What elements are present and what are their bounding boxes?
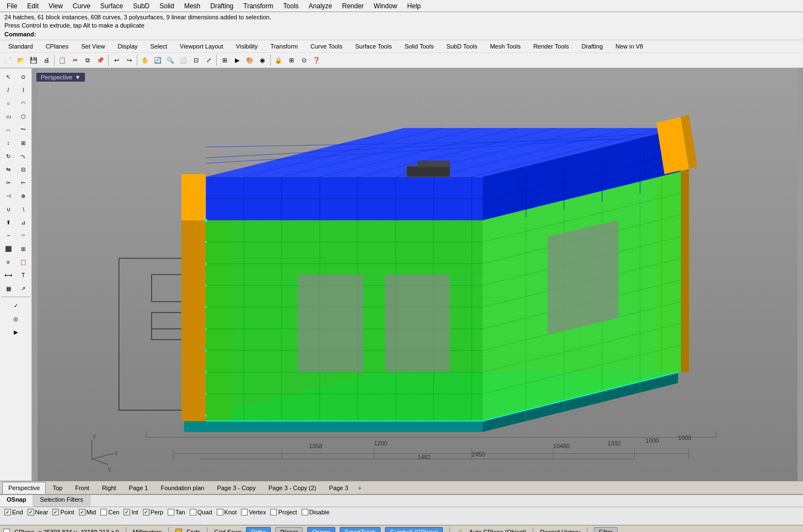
menu-view[interactable]: View <box>44 1 67 11</box>
tb-open[interactable]: 📂 <box>15 54 27 66</box>
lt-circle[interactable]: ○ <box>1 97 15 109</box>
menu-analyze[interactable]: Analyze <box>304 1 337 11</box>
tab-transform[interactable]: Transform <box>264 41 304 51</box>
osnap-vertex[interactable]: Vertex <box>241 509 266 515</box>
menu-curve[interactable]: Curve <box>68 1 95 11</box>
lt-trim[interactable]: ✂ <box>1 176 15 189</box>
osnap-point-check[interactable]: ✓ <box>52 509 59 515</box>
osnap-vertex-check[interactable] <box>241 509 248 515</box>
osnap-project-check[interactable] <box>270 509 277 515</box>
vp-tab-add[interactable]: + <box>355 483 365 493</box>
menu-tools[interactable]: Tools <box>279 1 303 11</box>
lt-text[interactable]: T <box>16 269 30 281</box>
menu-edit[interactable]: Edit <box>23 1 43 11</box>
tab-set-view[interactable]: Set View <box>75 41 111 51</box>
menu-subd[interactable]: SubD <box>129 1 154 11</box>
tb-save[interactable]: 💾 <box>28 54 40 66</box>
menu-mesh[interactable]: Mesh <box>180 1 205 11</box>
lt-loft[interactable]: ⊿ <box>16 216 30 228</box>
lt-freeform[interactable]: 〜 <box>16 123 30 136</box>
tb-osnap-toggle[interactable]: ⊙ <box>298 54 310 66</box>
tab-visibility[interactable]: Visibility <box>230 41 264 51</box>
menu-render[interactable]: Render <box>338 1 368 11</box>
vp-tab-foundation[interactable]: Foundation plan <box>154 482 210 494</box>
tb-grid[interactable]: ⊞ <box>285 54 297 66</box>
ortho-btn[interactable]: Ortho <box>246 527 271 532</box>
osnap-int-check[interactable]: ✓ <box>124 509 130 515</box>
tab-render-tools[interactable]: Render Tools <box>527 41 575 51</box>
lt-extrude[interactable]: ⬆ <box>1 216 15 228</box>
osnap-knot[interactable]: Knot <box>217 509 237 515</box>
vp-tab-page3-copy2[interactable]: Page 3 - Copy (2) <box>263 482 323 494</box>
tab-mesh-tools[interactable]: Mesh Tools <box>484 41 526 51</box>
lt-split[interactable]: ⊣ <box>1 190 15 202</box>
tab-viewport-layout[interactable]: Viewport Layout <box>174 41 229 51</box>
osnap-cen-check[interactable] <box>100 509 107 515</box>
lt-polyline[interactable]: ⌇ <box>16 84 30 96</box>
osnap-btn[interactable]: Osnap <box>307 527 335 532</box>
lt-polygon[interactable]: ⬡ <box>16 110 30 122</box>
menu-help[interactable]: Help <box>403 1 425 11</box>
vp-tab-page3[interactable]: Page 3 <box>323 482 355 494</box>
tab-cplanes[interactable]: CPlanes <box>40 41 75 51</box>
tb-zoom-ext[interactable]: ⤢ <box>202 54 215 66</box>
tb-properties[interactable]: 📋 <box>56 54 68 66</box>
tab-drafting[interactable]: Drafting <box>576 41 609 51</box>
tb-undo[interactable]: ↩ <box>110 54 122 66</box>
osnap-quad-check[interactable] <box>190 509 196 515</box>
osnap-perp-check[interactable]: ✓ <box>143 509 149 515</box>
tb-rotate-view[interactable]: 🔄 <box>152 54 164 66</box>
lt-check[interactable]: ✓ <box>9 299 23 311</box>
tab-select[interactable]: Select <box>144 41 174 51</box>
tb-redo[interactable]: ↪ <box>123 54 135 66</box>
vp-tab-page1[interactable]: Page 1 <box>123 482 154 494</box>
viewport[interactable]: Perspective ▼ <box>32 68 803 481</box>
osnap-perp[interactable]: ✓ Perp <box>143 509 163 515</box>
lt-point-select[interactable]: ⊙ <box>16 71 30 83</box>
osnap-near[interactable]: ✓ Near <box>28 509 49 515</box>
menu-transform[interactable]: Transform <box>239 1 277 11</box>
vp-tab-top[interactable]: Top <box>46 482 68 494</box>
smarttrack-btn[interactable]: SmartTrack <box>340 527 381 532</box>
lt-fillet[interactable]: ⌢ <box>1 229 15 241</box>
tab-surface-tools[interactable]: Surface Tools <box>349 41 398 51</box>
lt-boolean-union[interactable]: ∪ <box>1 203 15 215</box>
menu-surface[interactable]: Surface <box>96 1 127 11</box>
osnap-mid[interactable]: ✓ Mid <box>79 509 97 515</box>
tb-help[interactable]: ❓ <box>311 54 323 66</box>
lt-analyze-btn[interactable]: ◎ <box>9 313 23 325</box>
osnap-point[interactable]: ✓ Point <box>52 509 74 515</box>
tab-new-v8[interactable]: New in V8 <box>609 41 649 51</box>
tb-copy[interactable]: ⧉ <box>82 54 94 66</box>
menu-drafting[interactable]: Drafting <box>206 1 238 11</box>
menu-window[interactable]: Window <box>370 1 402 11</box>
lt-line[interactable]: / <box>1 84 15 96</box>
lt-move[interactable]: ↕ <box>1 137 15 149</box>
tb-paste[interactable]: 📌 <box>94 54 106 66</box>
tb-cut[interactable]: ✂ <box>69 54 81 66</box>
tab-solid-tools[interactable]: Solid Tools <box>398 41 440 51</box>
osnap-mid-check[interactable]: ✓ <box>79 509 85 515</box>
lt-array[interactable]: ⊟ <box>16 163 30 175</box>
osnap-tab-selection-filters[interactable]: Selection Filters <box>33 495 90 507</box>
lt-rotate[interactable]: ↻ <box>1 150 15 162</box>
tb-pan[interactable]: ✋ <box>139 54 151 66</box>
tb-material[interactable]: ◉ <box>256 54 269 66</box>
tb-render-preview[interactable]: ▶ <box>231 54 243 66</box>
osnap-quad[interactable]: Quad <box>190 509 212 515</box>
lt-block[interactable]: ⬛ <box>1 243 15 255</box>
cplane-indicator[interactable] <box>3 529 10 532</box>
lt-curve[interactable]: ⌓ <box>1 123 15 136</box>
osnap-end-check[interactable]: ✓ <box>4 509 11 515</box>
osnap-int[interactable]: ✓ Int <box>124 509 138 515</box>
lt-boolean-diff[interactable]: ∖ <box>16 203 30 215</box>
lt-extend[interactable]: ⊢ <box>16 176 30 189</box>
lt-properties2[interactable]: 📋 <box>16 256 30 268</box>
tb-lock[interactable]: 🔒 <box>272 54 285 66</box>
lt-mirror[interactable]: ⇋ <box>1 163 15 175</box>
lt-chamfer[interactable]: ⌔ <box>16 229 30 241</box>
vp-tab-right[interactable]: Right <box>96 482 122 494</box>
osnap-tab-osnap[interactable]: OSnap <box>0 495 33 507</box>
tab-display[interactable]: Display <box>111 41 143 51</box>
lt-render-btn[interactable]: ▶ <box>9 326 23 338</box>
